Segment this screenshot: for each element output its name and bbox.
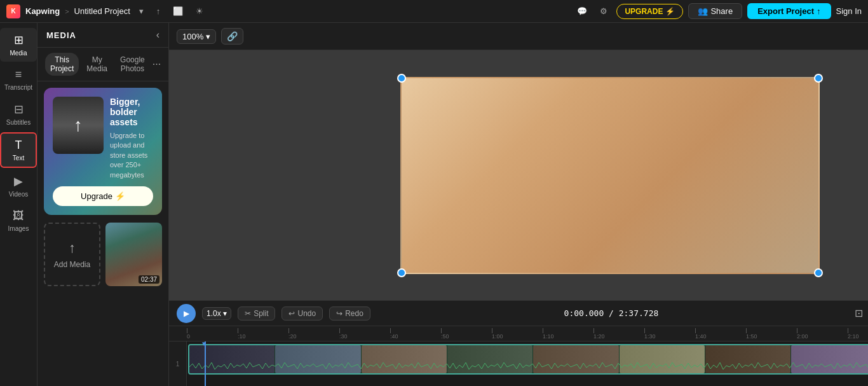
share-button[interactable]: 👥 Share	[688, 3, 742, 19]
timecode-display: 0:00.000 / 2:37.728	[377, 308, 846, 318]
brand-name: Kapwing	[25, 6, 60, 16]
images-icon: 🖼	[13, 209, 24, 223]
ruler-mark-10: :10	[238, 328, 288, 340]
logo-icon: K	[6, 4, 20, 18]
upgrade-action-button[interactable]: Upgrade ⚡	[53, 186, 153, 206]
upgrade-thumb-inner: ↑	[53, 97, 104, 154]
export-icon: ↑	[817, 6, 821, 16]
share-label: Share	[710, 6, 733, 16]
play-icon: ▶	[184, 309, 189, 318]
track-label-1: 1	[169, 341, 187, 386]
fit-timeline-btn[interactable]: ⊡	[852, 306, 865, 321]
export-button[interactable]: Export Project ↑	[747, 3, 831, 19]
sidebar-media-label: Media	[10, 50, 27, 57]
track-content-1[interactable]: Artlist	[187, 341, 868, 386]
ruler-marks: 0 :10 :20 :30 :40 :50 1:00 1:10 1:20 1:3…	[187, 328, 868, 340]
sidebar-item-media[interactable]: ⊞ Media	[0, 28, 37, 62]
main-layout: ⊞ Media ≡ Transcript ⊟ Subtitles T Text …	[0, 23, 868, 386]
split-button[interactable]: ✂ Split	[238, 307, 275, 321]
undo-button[interactable]: ↩ Undo	[281, 307, 323, 321]
media-content: ↑ Bigger, bolder assets Upgrade to uploa…	[37, 81, 168, 386]
upgrade-icon: ⚡	[665, 7, 675, 16]
canvas-content[interactable]	[400, 77, 820, 274]
media-thumbnail[interactable]: 02:37	[105, 223, 162, 286]
redo-label: Redo	[345, 309, 363, 318]
canvas-toolbar: 100% ▾ 🔗	[169, 23, 868, 50]
collapse-panel-btn[interactable]: ‹	[156, 29, 159, 41]
speed-select[interactable]: 1.0x ▾	[202, 307, 231, 320]
undo-label: Undo	[297, 309, 316, 318]
sidebar-item-text[interactable]: T Text	[0, 132, 37, 168]
upgrade-thumb: ↑	[53, 97, 104, 154]
ruler-mark-100: 1:00	[492, 328, 543, 340]
tab-my-media[interactable]: My Media	[81, 53, 112, 76]
speed-dropdown-icon: ▾	[223, 309, 227, 318]
media-tabs: This Project My Media Google Photos ···	[37, 48, 168, 81]
comment-btn[interactable]: 💬	[573, 4, 591, 18]
ruler-mark-120: 1:20	[593, 328, 644, 340]
display-btn[interactable]: ⬜	[169, 4, 187, 18]
upgrade-card-title: Bigger, bolder assets	[110, 97, 153, 127]
sidebar-item-subtitles[interactable]: ⊟ Subtitles	[0, 97, 37, 131]
sidebar-videos-label: Videos	[9, 191, 28, 198]
speed-value: 1.0x	[207, 309, 221, 318]
zoom-dropdown-icon: ▾	[206, 32, 210, 41]
add-media-tile[interactable]: ↑ Add Media	[44, 223, 100, 286]
split-icon: ✂	[245, 309, 251, 318]
upgrade-action-label: Upgrade	[81, 191, 112, 201]
media-panel: MEDIA ‹ This Project My Media Google Pho…	[37, 23, 169, 386]
signin-button[interactable]: Sign In	[836, 6, 862, 16]
handle-top-left[interactable]	[397, 74, 406, 83]
ruler-mark-200: 2:00	[797, 328, 848, 340]
breadcrumb-separator: >	[65, 8, 69, 15]
tab-google-photos[interactable]: Google Photos	[115, 53, 150, 76]
upgrade-card: ↑ Bigger, bolder assets Upgrade to uploa…	[44, 88, 162, 215]
media-grid: ↑ Add Media 02:37	[44, 223, 162, 286]
tab-this-project[interactable]: This Project	[45, 53, 79, 76]
ruler-mark-50: :50	[441, 328, 492, 340]
sidebar-transcript-label: Transcript	[4, 84, 32, 91]
sidebar-item-transcript[interactable]: ≡ Transcript	[0, 63, 37, 96]
ruler-mark-140: 1:40	[695, 328, 746, 340]
title-dropdown-btn[interactable]: ▾	[135, 4, 147, 18]
upload-btn[interactable]: ↑	[153, 4, 165, 18]
transcript-icon: ≡	[15, 68, 22, 81]
upgrade-button[interactable]: UPGRADE ⚡	[616, 4, 683, 19]
ruler-mark-110: 1:10	[543, 328, 593, 340]
videos-icon: ▶	[14, 174, 23, 188]
upgrade-card-description: Upgrade to upload and store assets over …	[110, 131, 153, 180]
project-title[interactable]: Untitled Project	[74, 6, 130, 16]
ruler-mark-130: 1:30	[644, 328, 695, 340]
upgrade-action-icon: ⚡	[115, 191, 125, 201]
sidebar-item-images[interactable]: 🖼 Images	[0, 204, 37, 237]
upgrade-card-content: ↑ Bigger, bolder assets Upgrade to uploa…	[53, 97, 153, 180]
link-aspect-btn[interactable]: 🔗	[221, 28, 243, 45]
play-button[interactable]: ▶	[177, 304, 196, 323]
timeline-ruler: 0 :10 :20 :30 :40 :50 1:00 1:10 1:20 1:3…	[169, 326, 868, 341]
subtitles-icon: ⊟	[14, 102, 24, 116]
logo: K	[6, 4, 20, 18]
canvas-area: 100% ▾ 🔗 ▶ 1.0x ▾ ✂ Split	[169, 23, 868, 386]
media-tab-more-btn[interactable]: ···	[153, 59, 161, 70]
handle-bottom-right[interactable]	[814, 268, 823, 277]
redo-button[interactable]: ↪ Redo	[329, 307, 370, 321]
track-clip-1[interactable]: Artlist	[188, 344, 868, 375]
split-label: Split	[254, 309, 268, 318]
handle-top-right[interactable]	[814, 74, 823, 83]
zoom-level-value: 100%	[182, 32, 203, 41]
media-panel-title: MEDIA	[46, 31, 76, 40]
settings-btn[interactable]: ⚙	[596, 4, 611, 18]
media-icon: ⊞	[14, 33, 24, 47]
zoom-select[interactable]: 100% ▾	[177, 29, 216, 44]
media-duration: 02:37	[139, 275, 159, 284]
sidebar-subtitles-label: Subtitles	[6, 119, 31, 126]
text-icon: T	[15, 139, 22, 152]
timeline-controls: ⊡ ⊞	[852, 306, 868, 321]
handle-bottom-left[interactable]	[397, 268, 406, 277]
ruler-mark-0: 0	[187, 328, 238, 340]
timeline-tracks: 1	[169, 341, 868, 386]
theme-btn[interactable]: ☀	[192, 4, 207, 18]
export-label: Export Project	[757, 6, 814, 16]
left-sidebar: ⊞ Media ≡ Transcript ⊟ Subtitles T Text …	[0, 23, 37, 386]
sidebar-item-videos[interactable]: ▶ Videos	[0, 169, 37, 203]
